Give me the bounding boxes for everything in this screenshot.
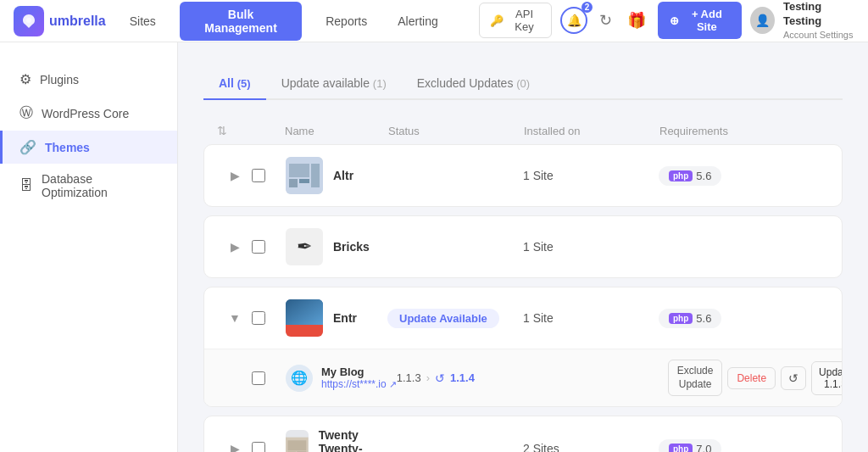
requirements-ttf: php 7.0 (659, 439, 828, 452)
top-navigation: umbrella Sites Bulk Management Reports A… (0, 0, 868, 42)
user-info: Testing Testing Account Settings (783, 0, 854, 41)
sidebar-item-database-label: Database Optimization (42, 172, 160, 199)
tabs: All (5) Update available (1) Excluded Up… (203, 68, 843, 100)
update-button[interactable]: Update1.1.3 (811, 361, 843, 395)
avatar-initials: 👤 (755, 14, 770, 27)
svg-rect-4 (299, 179, 309, 183)
col-requirements: Requirements (659, 125, 829, 137)
database-icon: 🗄 (19, 178, 33, 193)
theme-info-entr: Entr (286, 299, 387, 337)
plus-icon: ⊕ (670, 14, 679, 27)
installed-ttf: 2 Sites (523, 442, 659, 452)
main-content: All (5) Update available (1) Excluded Up… (178, 42, 868, 452)
svg-rect-7 (286, 299, 323, 325)
installed-altr: 1 Site (523, 169, 659, 182)
sort-icon[interactable]: ⇅ (217, 124, 251, 137)
update-sync-icon: ↺ (435, 371, 445, 385)
expand-ttf-button[interactable]: ▶ (218, 438, 252, 452)
theme-row-main-altr: ▶ Altr 1 Site (204, 145, 842, 206)
theme-name-entr: Entr (333, 311, 357, 325)
checkbox-entr[interactable] (252, 311, 265, 325)
version-info-myblog: 1.1.3 › ↺ 1.1.4 (397, 371, 532, 385)
site-name-block: My Blog https://st****.io ↗ (321, 366, 397, 390)
site-avatar: 🌐 (286, 365, 313, 392)
theme-name-altr: Altr (333, 169, 353, 182)
expand-altr-button[interactable]: ▶ (218, 165, 252, 186)
expand-entr-button[interactable]: ▼ (218, 308, 252, 328)
sidebar-item-database-optimization[interactable]: 🗄 Database Optimization (0, 164, 177, 208)
checkbox-ttf[interactable] (252, 442, 265, 452)
php-version-altr: 5.6 (696, 170, 711, 182)
delete-button[interactable]: Delete (727, 367, 776, 389)
php-version-entr: 5.6 (696, 312, 711, 325)
logo-icon (14, 6, 44, 36)
subrow-site-info: 🌐 My Blog https://st****.io ↗ (286, 365, 397, 392)
tab-update-available[interactable]: Update available (1) (266, 68, 402, 100)
site-globe-icon: 🌐 (291, 370, 308, 386)
theme-thumb-entr (286, 299, 323, 337)
notification-wrapper: 🔔 2 (560, 7, 587, 34)
avatar[interactable]: 👤 (750, 7, 775, 34)
php-label-altr: php (669, 170, 693, 181)
update-available-badge: Update Available (387, 309, 499, 328)
php-label-ttf: php (669, 444, 693, 452)
theme-name-ttf: Twenty Twenty-Four (319, 428, 387, 452)
col-installed: Installed on (524, 125, 659, 137)
nav-bulk-management[interactable]: Bulk Management (180, 2, 302, 41)
bell-icon: 🔔 (567, 14, 581, 27)
sidebar-item-plugins-label: Plugins (40, 73, 79, 86)
tab-all[interactable]: All (5) (203, 68, 266, 100)
theme-info-bricks: ✒ Bricks (286, 228, 387, 265)
installed-entr: 1 Site (523, 311, 659, 325)
user-account: Account Settings (783, 29, 854, 41)
theme-thumb-ttf (286, 430, 309, 452)
sidebar-item-themes[interactable]: 🔗 Themes (0, 131, 177, 164)
php-version-ttf: 7.0 (696, 443, 711, 452)
nav-reports[interactable]: Reports (319, 11, 374, 31)
nav-alerting[interactable]: Alerting (391, 11, 444, 31)
user-name: Testing Testing (783, 0, 854, 29)
requirements-altr: php 5.6 (659, 166, 828, 186)
update-label: Update1.1.3 (819, 366, 843, 390)
nav-actions: 🔑 API Key 🔔 2 ↻ 🎁 ⊕ + Add Site 👤 Testing… (479, 0, 854, 41)
col-name: Name (285, 125, 388, 137)
version-from: 1.1.3 (397, 371, 421, 384)
theme-info-altr: Altr (286, 157, 387, 194)
table-header: ⇅ Name Status Installed on Requirements (203, 117, 843, 144)
svg-rect-10 (287, 440, 306, 450)
theme-row-entr: ▼ (203, 287, 843, 407)
nav-sites[interactable]: Sites (123, 11, 163, 31)
version-to: 1.1.4 (450, 371, 475, 384)
installed-bricks: 1 Site (523, 240, 659, 254)
gift-button[interactable]: 🎁 (624, 8, 649, 33)
checkbox-bricks[interactable] (252, 240, 265, 254)
svg-rect-2 (289, 164, 309, 177)
add-site-button[interactable]: ⊕ + Add Site (658, 2, 742, 39)
theme-row-main-ttf: ▶ Twenty Twenty-Four 2 Sites (204, 416, 842, 452)
logo: umbrella (14, 6, 106, 36)
theme-subrow-myblog: 🌐 My Blog https://st****.io ↗ 1.1.3 › ↺ … (204, 349, 842, 406)
api-key-button[interactable]: 🔑 API Key (479, 3, 553, 38)
theme-thumb-bricks: ✒ (286, 228, 323, 265)
requirements-entr: php 5.6 (659, 309, 828, 328)
exclude-update-button[interactable]: ExcludeUpdate (668, 360, 723, 396)
expand-bricks-button[interactable]: ▶ (218, 237, 252, 257)
refresh-button[interactable]: ↻ (596, 8, 615, 33)
themes-icon: 🔗 (19, 139, 36, 155)
checkbox-myblog[interactable] (252, 371, 265, 385)
checkbox-altr[interactable] (252, 169, 265, 182)
tab-excluded-updates[interactable]: Excluded Updates (0) (402, 68, 545, 100)
col-status: Status (388, 125, 524, 137)
layout: ⚙ Plugins Ⓦ WordPress Core 🔗 Themes 🗄 Da… (0, 42, 868, 452)
theme-thumb-altr (286, 157, 323, 194)
refresh-version-button[interactable]: ↺ (781, 366, 806, 390)
wordpress-icon: Ⓦ (19, 104, 33, 122)
subrow-actions: ExcludeUpdate Delete ↺ Update1.1.3 › 1.1… (668, 360, 837, 396)
site-name-myblog: My Blog (321, 366, 397, 378)
site-url-myblog[interactable]: https://st****.io (321, 378, 387, 390)
sidebar-item-plugins[interactable]: ⚙ Plugins (0, 63, 177, 96)
sidebar: ⚙ Plugins Ⓦ WordPress Core 🔗 Themes 🗄 Da… (0, 42, 178, 452)
sidebar-item-wordpress-core[interactable]: Ⓦ WordPress Core (0, 96, 177, 131)
theme-row-twenty-twenty-four: ▶ Twenty Twenty-Four 2 Sites (203, 416, 843, 452)
theme-name-bricks: Bricks (333, 240, 370, 254)
